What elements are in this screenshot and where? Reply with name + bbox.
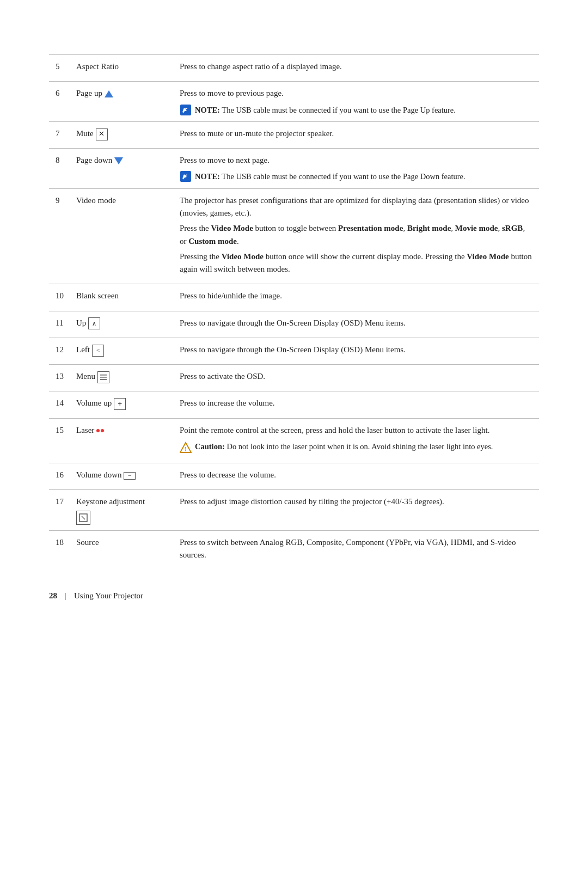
arrow-up-icon — [105, 90, 113, 97]
row-desc-text: Press to mute or un-mute the projector s… — [180, 127, 532, 140]
row-number: 10 — [49, 284, 70, 311]
table-row: 9Video modeThe projector has preset conf… — [49, 188, 539, 284]
table-row: 7Mute✕Press to mute or un-mute the proje… — [49, 121, 539, 148]
table-row: 18SourcePress to switch between Analog R… — [49, 530, 539, 569]
row-number: 7 — [49, 121, 70, 148]
left-icon: < — [92, 345, 104, 357]
caution-text: Caution: Do not look into the laser poin… — [195, 440, 493, 452]
row-number: 9 — [49, 188, 70, 284]
table-row: 11Up∧Press to navigate through the On-Sc… — [49, 311, 539, 338]
volume-up-icon: + — [114, 398, 126, 410]
reference-table: 5Aspect RatioPress to change aspect rati… — [49, 54, 539, 569]
row-label: Page up — [70, 82, 173, 122]
table-row: 15LaserPoint the remote control at the s… — [49, 418, 539, 463]
row-description: Point the remote control at the screen, … — [173, 418, 539, 463]
table-row: 13MenuPress to activate the OSD. — [49, 365, 539, 391]
caution-triangle-icon: ! — [180, 442, 192, 454]
table-row: 10Blank screenPress to hide/unhide the i… — [49, 284, 539, 311]
row-desc-text: Press to decrease the volume. — [180, 469, 532, 481]
row-desc-text: Press to change aspect ratio of a displa… — [180, 60, 532, 73]
row-label: Keystone adjustment — [70, 490, 173, 530]
caution-icon: ! — [180, 442, 192, 457]
volume-down-icon: − — [124, 472, 136, 480]
note-box: NOTE: The USB cable must be connected if… — [180, 170, 532, 182]
note-pencil-icon — [180, 104, 192, 116]
row-label: Page down — [70, 149, 173, 189]
row-description: Press to decrease the volume. — [173, 463, 539, 490]
footer: 28 | Using Your Projector — [49, 591, 539, 601]
row-description: Press to move to next page. NOTE: The US… — [173, 149, 539, 189]
footer-separator: | — [65, 591, 66, 601]
row-desc-text: The projector has preset configurations … — [180, 194, 532, 220]
row-number: 8 — [49, 149, 70, 189]
row-description: Press to switch between Analog RGB, Comp… — [173, 530, 539, 569]
caution-label: Caution: — [195, 442, 225, 451]
row-desc-text: Press to activate the OSD. — [180, 370, 532, 383]
row-desc-text: Press to increase the volume. — [180, 397, 532, 409]
row-description: Press to mute or un-mute the projector s… — [173, 121, 539, 148]
table-row: 12Left<Press to navigate through the On-… — [49, 338, 539, 364]
menu-icon — [97, 371, 109, 383]
row-description: The projector has preset configurations … — [173, 188, 539, 284]
row-desc-text: Press to navigate through the On-Screen … — [180, 344, 532, 356]
row-description: Press to increase the volume. — [173, 391, 539, 418]
svg-rect-4 — [100, 375, 107, 376]
svg-line-10 — [82, 516, 85, 519]
row-number: 11 — [49, 311, 70, 338]
table-row: 6Page upPress to move to previous page. … — [49, 82, 539, 122]
table-row: 5Aspect RatioPress to change aspect rati… — [49, 55, 539, 82]
row-label: Left< — [70, 338, 173, 364]
row-number: 18 — [49, 530, 70, 569]
row-number: 12 — [49, 338, 70, 364]
row-label: Up∧ — [70, 311, 173, 338]
row-label: Menu — [70, 365, 173, 391]
row-label: Video mode — [70, 188, 173, 284]
svg-text:!: ! — [185, 445, 187, 453]
row-number: 5 — [49, 55, 70, 82]
note-label: NOTE: — [195, 172, 220, 181]
row-label: Blank screen — [70, 284, 173, 311]
section-title: Using Your Projector — [74, 591, 143, 601]
row-desc-text: Press to hide/unhide the image. — [180, 290, 532, 302]
laser-icon — [96, 429, 104, 432]
note-text: NOTE: The USB cable must be connected if… — [195, 104, 456, 116]
table-row: 8Page downPress to move to next page. NO… — [49, 149, 539, 189]
caution-box: ! Caution: Do not look into the laser po… — [180, 440, 532, 457]
row-desc-text: Press to navigate through the On-Screen … — [180, 317, 532, 329]
row-number: 15 — [49, 418, 70, 463]
note-text: NOTE: The USB cable must be connected if… — [195, 170, 465, 182]
row-number: 17 — [49, 490, 70, 530]
row-description: Press to move to previous page. NOTE: Th… — [173, 82, 539, 122]
row-label: Volume down− — [70, 463, 173, 490]
row-description: Press to navigate through the On-Screen … — [173, 338, 539, 364]
page-number: 28 — [49, 591, 57, 601]
row-desc-text: Press to move to next page. — [180, 154, 532, 167]
note-label: NOTE: — [195, 106, 220, 114]
row-label: Aspect Ratio — [70, 55, 173, 82]
row-number: 14 — [49, 391, 70, 418]
row-description: Press to activate the OSD. — [173, 365, 539, 391]
row-number: 13 — [49, 365, 70, 391]
row-description: Press to change aspect ratio of a displa… — [173, 55, 539, 82]
svg-rect-6 — [100, 379, 107, 380]
row-desc-text: Press to adjust image distortion caused … — [180, 495, 532, 508]
keystone-icon — [76, 511, 90, 525]
row-label: Volume up+ — [70, 391, 173, 418]
row-desc-text: Press to switch between Analog RGB, Comp… — [180, 536, 532, 562]
arrow-down-icon — [114, 157, 123, 164]
up-icon: ∧ — [88, 317, 100, 329]
row-extra-para: Press the Video Mode button to toggle be… — [180, 222, 532, 248]
row-description: Press to navigate through the On-Screen … — [173, 311, 539, 338]
row-description: Press to adjust image distortion caused … — [173, 490, 539, 530]
row-number: 6 — [49, 82, 70, 122]
row-desc-text: Point the remote control at the screen, … — [180, 424, 532, 437]
row-label: Mute✕ — [70, 121, 173, 148]
note-pencil-icon — [180, 170, 192, 182]
note-box: NOTE: The USB cable must be connected if… — [180, 104, 532, 116]
svg-rect-5 — [100, 377, 107, 378]
row-label: Source — [70, 530, 173, 569]
table-row: 14Volume up+Press to increase the volume… — [49, 391, 539, 418]
row-description: Press to hide/unhide the image. — [173, 284, 539, 311]
row-desc-text: Press to move to previous page. — [180, 87, 532, 100]
table-row: 16Volume down−Press to decrease the volu… — [49, 463, 539, 490]
